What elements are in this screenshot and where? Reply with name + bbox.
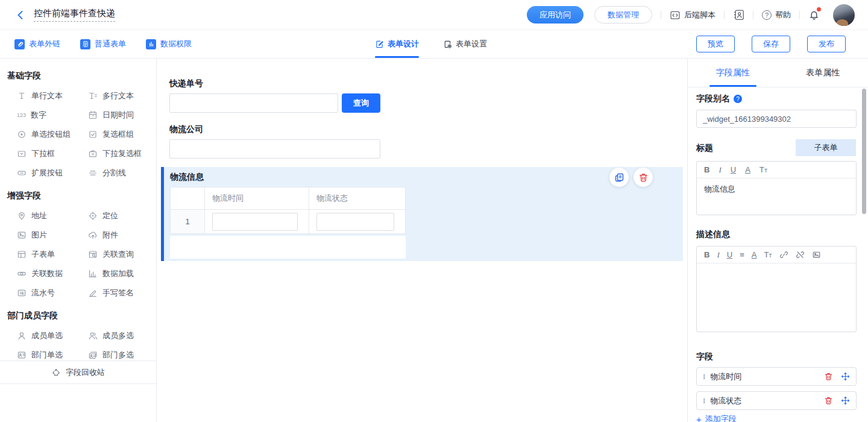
sidebar-item-address[interactable]: 地址 bbox=[7, 206, 78, 225]
section-enhanced-fields: 增强字段 bbox=[7, 191, 149, 201]
font-color-icon[interactable]: A bbox=[752, 250, 757, 259]
sidebar-item-select[interactable]: 下拉框 bbox=[7, 144, 78, 163]
link-icon[interactable] bbox=[779, 250, 788, 259]
notifications-button[interactable] bbox=[808, 9, 820, 20]
row-index: 1 bbox=[171, 210, 204, 233]
signature-icon bbox=[88, 288, 98, 298]
sidebar-item-multi-line-text[interactable]: 多行文本 bbox=[78, 86, 149, 106]
field-recycle-bin[interactable]: 字段回收站 bbox=[0, 361, 156, 384]
company-input[interactable] bbox=[169, 139, 380, 159]
header-actions: 应用访问 数据管理 后端脚本 ? 帮助 bbox=[527, 4, 855, 26]
member-multi-icon bbox=[88, 331, 98, 341]
sidebar-item-serial-number[interactable]: 流水号 bbox=[7, 283, 78, 303]
sidebar-item-divider[interactable]: 分割线 bbox=[78, 163, 149, 183]
sidebar-item-member-multi[interactable]: 成员多选 bbox=[78, 326, 149, 345]
sidebar-item-signature[interactable]: 手写签名 bbox=[78, 283, 149, 303]
sidebar-item-multi-select[interactable]: 下拉复选框 bbox=[78, 144, 149, 163]
tab-form-design[interactable]: 表单设计 bbox=[375, 30, 419, 58]
unlink-icon[interactable] bbox=[796, 250, 805, 259]
subfield-item-logistics-status[interactable]: I 物流状态 bbox=[696, 391, 857, 410]
sidebar-item-subform[interactable]: 子表单 bbox=[7, 245, 78, 264]
serial-number-icon bbox=[17, 288, 27, 298]
extend-button-icon bbox=[17, 168, 27, 178]
form-title[interactable]: 控件前端事件查快递 bbox=[34, 8, 115, 22]
subform-label: 物流信息 bbox=[170, 172, 204, 183]
app-access-button[interactable]: 应用访问 bbox=[527, 6, 583, 24]
form-external-link[interactable]: 表单外链 bbox=[14, 39, 60, 49]
description-editor-toolbar: B I U ≡ A TT bbox=[697, 247, 856, 263]
tab-field-properties[interactable]: 字段属性 bbox=[688, 58, 778, 87]
tab-form-settings[interactable]: 表单设置 bbox=[443, 30, 487, 58]
data-permission-link[interactable]: 数据权限 bbox=[146, 39, 192, 49]
single-line-text-icon bbox=[17, 91, 27, 101]
sidebar-item-extend-button[interactable]: 扩展按钮 bbox=[7, 163, 78, 183]
sidebar-item-location[interactable]: 定位 bbox=[78, 206, 149, 225]
location-icon bbox=[88, 211, 98, 221]
copy-icon bbox=[614, 172, 624, 183]
delete-widget-button[interactable] bbox=[634, 168, 653, 187]
sidebar-item-member-single[interactable]: 成员单选 bbox=[7, 326, 78, 345]
sidebar-item-number[interactable]: 123 数字 bbox=[7, 106, 78, 125]
sidebar-item-datetime[interactable]: 7 日期时间 bbox=[78, 106, 149, 125]
bold-icon[interactable]: B bbox=[704, 165, 709, 174]
contacts-icon[interactable] bbox=[733, 9, 744, 20]
title-editor-content[interactable]: 物流信息 bbox=[697, 178, 856, 200]
divider bbox=[753, 11, 753, 19]
publish-button[interactable]: 发布 bbox=[807, 36, 846, 52]
insert-image-icon[interactable] bbox=[812, 250, 821, 259]
basic-fields-grid: 单行文本 多行文本 123 数字 7 日期时间 单选按钮组 复选框组 下拉框 下… bbox=[7, 86, 149, 183]
plain-form-link[interactable]: 普通表单 bbox=[80, 39, 126, 49]
alias-help-icon[interactable]: ? bbox=[734, 95, 742, 103]
move-subfield-icon[interactable] bbox=[841, 396, 850, 405]
sidebar-item-image[interactable]: 图片 bbox=[7, 225, 78, 245]
query-button[interactable]: 查询 bbox=[342, 93, 380, 113]
avatar[interactable] bbox=[833, 4, 855, 26]
description-editor-content[interactable] bbox=[697, 263, 856, 274]
font-color-icon[interactable]: A bbox=[745, 165, 750, 174]
sidebar-item-attachment[interactable]: 附件 bbox=[78, 225, 149, 245]
delete-subfield-icon[interactable] bbox=[824, 372, 833, 381]
back-icon[interactable] bbox=[14, 9, 27, 21]
column-header: 物流状态 bbox=[309, 187, 405, 209]
description-editor: B I U ≡ A TT bbox=[696, 246, 857, 332]
data-manage-button[interactable]: 数据管理 bbox=[594, 6, 652, 24]
underline-icon[interactable]: U bbox=[731, 165, 736, 174]
font-size-icon[interactable]: TT bbox=[760, 165, 767, 174]
title-label: 标题 bbox=[696, 143, 713, 154]
sidebar-item-lookup-query[interactable]: 关联查询 bbox=[78, 245, 149, 264]
align-icon[interactable]: ≡ bbox=[740, 250, 744, 259]
sidebar-item-radio-group[interactable]: 单选按钮组 bbox=[7, 125, 78, 144]
move-subfield-icon[interactable] bbox=[841, 372, 850, 381]
backend-script-button[interactable]: 后端脚本 bbox=[670, 10, 715, 20]
sidebar-item-checkbox-group[interactable]: 复选框组 bbox=[78, 125, 149, 144]
add-field-button[interactable]: + 添加字段 bbox=[696, 414, 737, 422]
underline-icon[interactable]: U bbox=[727, 250, 732, 259]
subform-empty-row[interactable] bbox=[170, 236, 406, 259]
logistics-time-input[interactable] bbox=[212, 213, 298, 231]
font-size-icon[interactable]: TT bbox=[764, 250, 772, 259]
widget-subform-selected[interactable]: 物流信息 物流时间 物流状态 1 bbox=[161, 167, 683, 261]
subfield-item-logistics-time[interactable]: I 物流时间 bbox=[696, 367, 857, 386]
svg-text:7: 7 bbox=[92, 115, 94, 118]
bold-icon[interactable]: B bbox=[704, 250, 709, 259]
save-button[interactable]: 保存 bbox=[752, 36, 790, 52]
italic-icon[interactable]: I bbox=[717, 250, 719, 260]
help-button[interactable]: ? 帮助 bbox=[762, 10, 791, 20]
panel-scrollbar[interactable] bbox=[862, 89, 866, 214]
preview-button[interactable]: 预览 bbox=[696, 36, 735, 52]
help-icon: ? bbox=[762, 10, 772, 20]
delete-subfield-icon[interactable] bbox=[824, 396, 833, 405]
attachment-icon bbox=[88, 230, 98, 240]
alias-input[interactable] bbox=[696, 110, 857, 128]
multi-select-icon bbox=[88, 149, 98, 159]
copy-widget-button[interactable] bbox=[609, 168, 629, 187]
sidebar-item-data-load[interactable]: 数据加载 bbox=[78, 264, 149, 283]
multi-line-text-icon bbox=[88, 91, 98, 101]
sidebar-item-single-line-text[interactable]: 单行文本 bbox=[7, 86, 78, 106]
divider bbox=[799, 11, 800, 19]
express-no-input[interactable] bbox=[169, 93, 338, 113]
italic-icon[interactable]: I bbox=[719, 165, 721, 175]
sidebar-item-linked-data[interactable]: 关联数据 bbox=[7, 264, 78, 283]
logistics-status-input[interactable] bbox=[316, 213, 394, 231]
tab-form-properties[interactable]: 表单属性 bbox=[778, 58, 868, 87]
